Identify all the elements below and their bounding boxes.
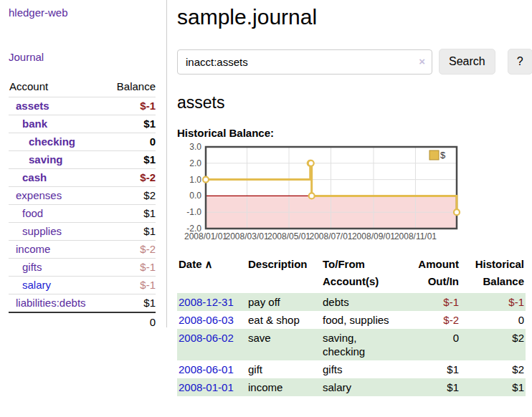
txn-accounts: salary (321, 378, 402, 396)
txn-description: income (247, 378, 321, 396)
y-tick-label: 2.0 (189, 158, 201, 168)
txn-description: pay off (247, 293, 321, 311)
account-balance: $1 (105, 151, 156, 169)
account-name-cell: saving (9, 151, 105, 169)
txn-balance: $1 (460, 378, 526, 396)
account-balance: $-2 (105, 169, 156, 187)
account-row: supplies$1 (9, 223, 156, 241)
col-date-header[interactable]: Date∧ (177, 254, 247, 293)
txn-date-link[interactable]: 2008-06-03 (179, 314, 234, 326)
col-accounts-header: To/From Account(s) (321, 254, 402, 293)
account-link[interactable]: saving (9, 153, 63, 166)
txn-date-link[interactable]: 2008-01-01 (179, 381, 234, 393)
account-balance: $1 (105, 223, 156, 241)
account-row: cash$-2 (9, 169, 156, 187)
register-table: Date∧ Description To/From Account(s) Amo… (177, 254, 526, 396)
txn-balance: 0 (460, 311, 526, 329)
account-balance: $2 (105, 187, 156, 205)
journal-link[interactable]: Journal (9, 51, 161, 63)
txn-date-cell: 2008-01-01 (177, 378, 247, 396)
x-tick-label: 2008/11/01 (394, 231, 437, 241)
account-row: liabilities:debts$1 (9, 294, 156, 313)
account-name-cell: salary (9, 277, 105, 294)
account-link[interactable]: supplies (9, 225, 62, 237)
accounts-col-account: Account (9, 78, 105, 97)
account-balance: 0 (105, 133, 156, 151)
accounts-col-balance: Balance (105, 78, 156, 97)
account-link[interactable]: gifts (9, 261, 42, 273)
txn-date-cell: 2008-12-31 (177, 293, 247, 311)
account-row: assets$-1 (9, 97, 156, 115)
accounts-body: assets$-1bank$1checking0saving$1cash$-2e… (9, 97, 156, 313)
txn-date-link[interactable]: 2008-06-01 (179, 363, 234, 375)
account-row: salary$-1 (9, 277, 156, 294)
txn-date-link[interactable]: 2008-06-02 (179, 332, 234, 344)
txn-date-cell: 2008-06-03 (177, 311, 247, 329)
transaction-row[interactable]: 2008-12-31pay offdebts$-1$-1 (177, 293, 526, 311)
account-balance: $-1 (105, 97, 156, 115)
txn-date-link[interactable]: 2008-12-31 (179, 296, 234, 308)
account-link[interactable]: salary (9, 279, 51, 291)
account-link[interactable]: checking (9, 135, 75, 148)
account-name-cell: expenses (9, 187, 105, 205)
x-tick-label: 2008/09/01 (352, 231, 395, 241)
txn-amount: $-1 (402, 293, 460, 311)
account-link[interactable]: liabilities:debts (9, 297, 86, 309)
account-name-cell: gifts (9, 259, 105, 277)
y-tick-label: -1.0 (186, 207, 201, 217)
x-tick-label: 2008/01/01 (184, 231, 227, 241)
account-balance: $1 (105, 294, 156, 313)
sort-asc-icon: ∧ (205, 258, 213, 270)
clear-search-icon[interactable]: × (419, 55, 425, 68)
account-name-cell: cash (9, 169, 105, 187)
account-link[interactable]: food (9, 207, 43, 219)
accounts-total-spacer (9, 312, 105, 331)
transaction-row[interactable]: 2008-06-02savesaving, checking0$2 (177, 329, 526, 360)
col-balance-header: Historical Balance (460, 254, 526, 293)
search-form: × Search ? (177, 49, 532, 75)
app: hledger-web Journal Account Balance asse… (0, 0, 532, 396)
data-point (309, 193, 315, 198)
account-link[interactable]: bank (9, 118, 47, 130)
account-heading: assets (177, 93, 532, 112)
account-row: gifts$-1 (9, 259, 156, 277)
sidebar: hledger-web Journal Account Balance asse… (0, 0, 167, 327)
search-input[interactable] (177, 49, 432, 75)
accounts-total-value: 0 (105, 312, 156, 331)
account-link[interactable]: assets (9, 100, 49, 112)
txn-balance: $2 (460, 329, 526, 360)
balance-chart: 3.02.01.00.0-1.0-2.02008/01/012008/03/01… (177, 141, 464, 249)
transaction-row[interactable]: 2008-06-03eat & shopfood, supplies$-20 (177, 311, 526, 329)
register-header-row: Date∧ Description To/From Account(s) Amo… (177, 254, 526, 293)
txn-accounts: gifts (321, 360, 402, 378)
accounts-total-row: 0 (9, 312, 156, 331)
col-amount-header: Amount Out/In (402, 254, 460, 293)
account-link[interactable]: income (9, 243, 50, 255)
transaction-row[interactable]: 2008-01-01incomesalary$1$1 (177, 378, 526, 396)
account-row: saving$1 (9, 151, 156, 169)
brand-link[interactable]: hledger-web (9, 6, 161, 19)
account-row: checking0 (9, 133, 156, 151)
account-row: expenses$2 (9, 187, 156, 205)
txn-accounts: food, supplies (321, 311, 402, 329)
transaction-row[interactable]: 2008-06-01giftgifts$1$2 (177, 360, 526, 378)
help-button[interactable]: ? (508, 49, 532, 75)
account-row: income$-2 (9, 241, 156, 259)
chart-title: Historical Balance: (177, 127, 532, 139)
main-content: sample.journal × Search ? assets Histori… (167, 0, 532, 396)
accounts-table: Account Balance assets$-1bank$1checking0… (9, 78, 156, 331)
txn-description: save (247, 329, 321, 360)
txn-amount: 0 (402, 329, 460, 360)
account-name-cell: liabilities:debts (9, 294, 105, 313)
register-body: 2008-12-31pay offdebts$-1$-12008-06-03ea… (177, 293, 526, 396)
account-link[interactable]: expenses (9, 189, 62, 201)
legend-swatch (429, 150, 439, 160)
account-name-cell: bank (9, 115, 105, 133)
txn-date-cell: 2008-06-01 (177, 360, 247, 378)
txn-amount: $1 (402, 360, 460, 378)
search-button[interactable]: Search (439, 49, 495, 75)
y-tick-label: 1.0 (189, 175, 201, 185)
account-link[interactable]: cash (9, 171, 47, 183)
account-name-cell: supplies (9, 223, 105, 241)
x-tick-label: 2008/03/01 (226, 231, 269, 241)
